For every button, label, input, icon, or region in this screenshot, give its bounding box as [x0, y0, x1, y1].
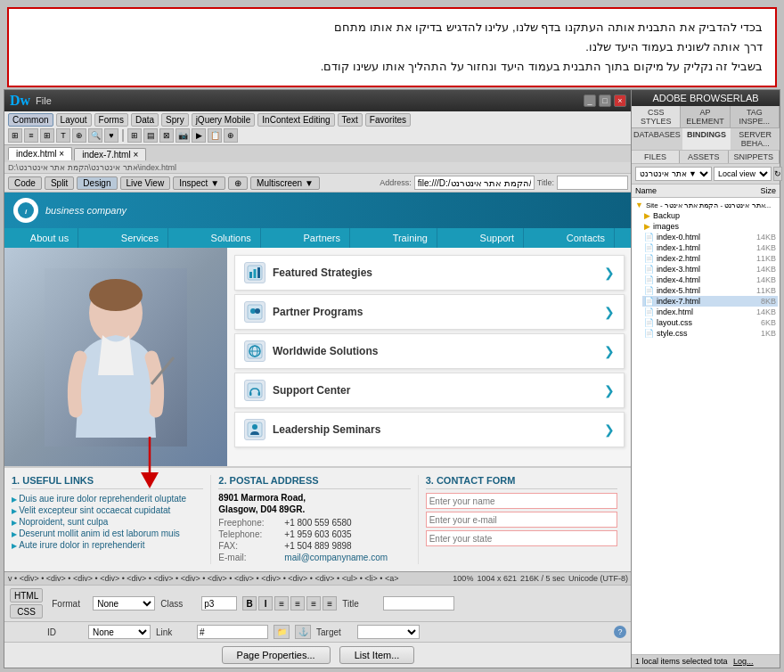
close-button[interactable]: × — [614, 94, 626, 107]
align-justify-button[interactable]: ≡ — [323, 596, 337, 611]
target-select[interactable] — [357, 625, 420, 639]
tool-icon-4[interactable]: T — [56, 128, 70, 143]
card-partner-programs[interactable]: Partner Programs ❯ — [234, 294, 625, 330]
nav-solutions[interactable]: Solutions — [202, 228, 261, 248]
card-support-center[interactable]: Support Center ❯ — [234, 373, 625, 408]
toolbar-text[interactable]: Text — [338, 113, 363, 127]
align-left-button[interactable]: ≡ — [274, 596, 289, 611]
link-folder-icon[interactable]: 📁 — [274, 625, 290, 639]
id-select[interactable]: None — [88, 625, 151, 639]
tab-index7[interactable]: index-7.html × — [74, 148, 146, 160]
file-index4[interactable]: 📄 index-4.html 14KB — [642, 275, 778, 285]
files-refresh-icon[interactable]: ↻ — [773, 167, 782, 181]
file-layout-css[interactable]: 📄 layout.css 6KB — [642, 317, 778, 328]
toolbar-spry[interactable]: Spry — [161, 113, 189, 127]
tool-icon-9[interactable]: ▤ — [143, 128, 158, 143]
design-view-button[interactable]: Design — [77, 176, 117, 190]
nav-support[interactable]: Support — [471, 228, 525, 248]
question-icon[interactable]: ? — [614, 626, 626, 638]
multiscreen-button[interactable]: Multiscreen ▼ — [250, 176, 320, 190]
tool-icon-2[interactable]: ≡ — [24, 128, 38, 143]
tool-icon-8[interactable]: ⊞ — [127, 128, 142, 143]
contact-email-input[interactable] — [426, 512, 617, 528]
file-index[interactable]: 📄 index.html 14KB — [642, 307, 778, 317]
link-input[interactable] — [197, 625, 268, 639]
log-button[interactable]: Log... — [733, 657, 754, 666]
site-dropdown[interactable]: אתר אינטרנט ▼ — [635, 167, 712, 181]
file-index2[interactable]: 📄 index-2.html 11KB — [642, 253, 778, 264]
file-index5[interactable]: 📄 index-5.html 11KB — [642, 285, 778, 296]
snippets-tab[interactable]: SNIPPETS — [729, 151, 780, 163]
file-backup[interactable]: ▶ Backup — [642, 210, 778, 221]
useful-link-1[interactable]: Velit excepteur sint occaecat cupidatat — [12, 504, 203, 516]
inspect-button[interactable]: Inspect ▼ — [173, 176, 225, 190]
tag-inspector-tab[interactable]: TAG INSPE... — [731, 106, 780, 127]
contact-state-input[interactable] — [426, 530, 617, 546]
tool-icon-13[interactable]: 📋 — [208, 128, 222, 143]
html-toggle-button[interactable]: HTML — [10, 588, 43, 602]
css-styles-tab[interactable]: CSS STYLES — [632, 106, 681, 127]
file-root[interactable]: ▼ Site - אתר אינטרנט - הקמת אתר אינטר... — [633, 200, 778, 210]
class-input[interactable] — [201, 596, 237, 611]
align-center-button[interactable]: ≡ — [290, 596, 305, 611]
split-view-button[interactable]: Split — [45, 176, 74, 190]
code-view-button[interactable]: Code — [8, 176, 42, 190]
align-right-button[interactable]: ≡ — [306, 596, 321, 611]
card-featured-strategies[interactable]: Featured Strategies ❯ — [234, 255, 625, 291]
toolbar-data[interactable]: Data — [131, 113, 159, 127]
tool-icon-6[interactable]: 🔍 — [88, 128, 102, 143]
css-toggle-button[interactable]: CSS — [10, 604, 43, 619]
list-item-button[interactable]: List Item... — [339, 646, 415, 664]
tool-icon-12[interactable]: ▶ — [192, 128, 206, 143]
italic-button[interactable]: I — [258, 596, 273, 611]
tool-icon-10[interactable]: ⊠ — [159, 128, 174, 143]
toolbar-incontext[interactable]: InContext Editing — [257, 113, 334, 127]
useful-link-0[interactable]: Duis aue irure dolor reprehenderit olupt… — [12, 493, 203, 504]
file-index0[interactable]: 📄 index-0.html 14KB — [642, 232, 778, 242]
contact-name-input[interactable] — [426, 493, 617, 509]
maximize-button[interactable]: □ — [599, 94, 611, 107]
tool-icon-5[interactable]: ⊕ — [72, 128, 86, 143]
useful-link-2[interactable]: Noproident, sunt culpa — [12, 516, 203, 528]
minimize-button[interactable]: _ — [584, 94, 596, 107]
nav-about[interactable]: About us — [21, 228, 78, 248]
title-input[interactable] — [557, 176, 628, 190]
page-properties-button[interactable]: Page Properties... — [222, 646, 331, 664]
nav-contacts[interactable]: Contacts — [558, 228, 615, 248]
server-behavior-subtab[interactable]: SERVER BEHA... — [731, 128, 780, 150]
title-prop-input[interactable] — [383, 596, 454, 611]
card-worldwide-solutions[interactable]: Worldwide Solutions ❯ — [234, 333, 625, 369]
tool-icon-1[interactable]: ⊞ — [8, 128, 22, 143]
file-style-css[interactable]: 📄 style.css 1KB — [642, 328, 778, 339]
databases-subtab[interactable]: DATABASES — [632, 128, 682, 150]
live-view-button[interactable]: Live View — [120, 176, 171, 190]
nav-partners[interactable]: Partners — [294, 228, 350, 248]
email-link[interactable]: mail@companyname.com — [284, 553, 388, 562]
ap-element-tab[interactable]: AP ELEMENT — [681, 106, 730, 127]
useful-link-3[interactable]: Deserunt mollit anim id est laborum muis — [12, 528, 203, 539]
tool-icon-3[interactable]: ⊞ — [40, 128, 54, 143]
bold-button[interactable]: B — [242, 596, 257, 611]
assets-tab[interactable]: ASSETS — [680, 151, 728, 163]
card-leadership-seminars[interactable]: Leadership Seminars ❯ — [234, 412, 625, 447]
toolbar-forms[interactable]: Forms — [94, 113, 128, 127]
add-button[interactable]: ⊕ — [228, 176, 248, 190]
file-images[interactable]: ▶ images — [642, 221, 778, 232]
files-tab[interactable]: FILES — [632, 151, 680, 163]
tab-index[interactable]: index.html × — [8, 147, 72, 160]
file-index3[interactable]: 📄 index-3.html 14KB — [642, 264, 778, 275]
nav-services[interactable]: Services — [112, 228, 168, 248]
address-input[interactable] — [414, 176, 535, 190]
toolbar-favorites[interactable]: Favorites — [365, 113, 411, 127]
useful-link-4[interactable]: Aute irure dolor in reprehenderit — [12, 539, 203, 551]
tool-icon-14[interactable]: ⊕ — [224, 128, 238, 143]
file-index7[interactable]: 📄 index-7.html 8KB — [642, 296, 778, 307]
file-index1[interactable]: 📄 index-1.html 14KB — [642, 242, 778, 253]
nav-training[interactable]: Training — [384, 228, 437, 248]
toolbar-layout[interactable]: Layout — [56, 113, 92, 127]
link-anchor-icon[interactable]: ⚓ — [295, 625, 311, 639]
format-select[interactable]: None — [93, 596, 155, 611]
toolbar-jquerymobile[interactable]: jQuery Mobile — [192, 113, 256, 127]
toolbar-common[interactable]: Common — [8, 113, 53, 127]
bindings-subtab[interactable]: BINDINGS — [682, 128, 731, 150]
